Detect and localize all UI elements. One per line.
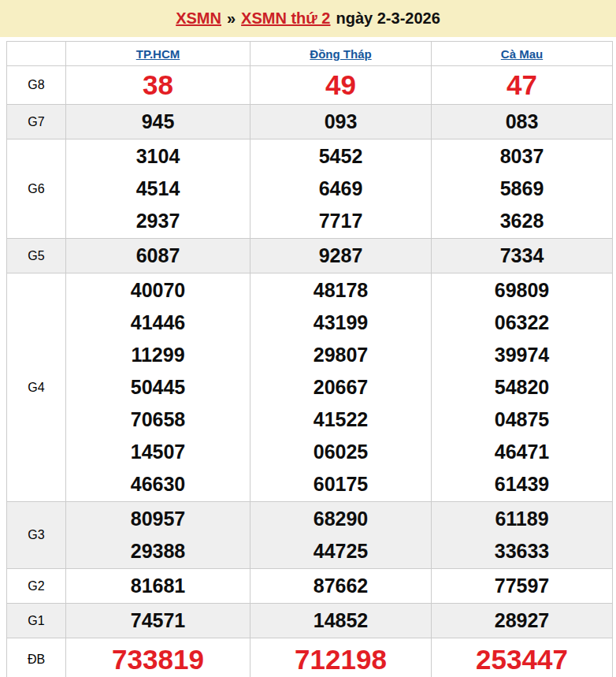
result-number: 46630 [66, 468, 250, 500]
prize-row-g2: G2816818766277597 [7, 569, 613, 604]
result-cell: 945 [66, 105, 250, 139]
result-number: 44725 [250, 535, 431, 567]
result-number: 33633 [432, 535, 612, 567]
result-number: 69809 [432, 274, 612, 307]
result-number: 28927 [432, 604, 612, 637]
result-number: 093 [250, 106, 431, 138]
prize-label: G8 [7, 66, 66, 105]
result-cell: 545264697717 [250, 139, 432, 239]
prize-row-g5: G5608792877334 [7, 239, 613, 273]
result-number: 3628 [432, 205, 612, 237]
result-number: 083 [432, 106, 612, 138]
result-cell: 28927 [432, 604, 613, 638]
result-number: 81681 [66, 570, 250, 602]
result-number: 8037 [432, 140, 612, 173]
result-number: 29807 [250, 339, 431, 371]
prize-label: G3 [7, 502, 66, 569]
prize-row-đb: ĐB733819712198253447 [7, 638, 613, 677]
column-header-row: TP.HCM Đồng Tháp Cà Mau [7, 42, 613, 66]
result-number: 38 [66, 67, 250, 103]
result-number: 50445 [66, 371, 250, 404]
result-number: 41446 [66, 307, 250, 339]
column-header-dong-thap: Đồng Tháp [250, 42, 432, 66]
results-table-body: G8384947G7945093083G63104451429375452646… [7, 66, 613, 677]
prize-row-g4: G440070414461129950445706581450746630481… [7, 273, 613, 502]
result-number: 40070 [66, 274, 250, 307]
result-number: 47 [432, 67, 612, 103]
draw-date: ngày 2-3-2026 [336, 9, 440, 28]
result-cell: 49 [250, 66, 432, 105]
result-number: 11299 [66, 339, 250, 371]
prize-row-g1: G1745711485228927 [7, 604, 613, 638]
result-cell: 803758693628 [432, 139, 613, 239]
result-cell: 14852 [250, 604, 432, 638]
breadcrumb-link-xsmn-thu-2[interactable]: XSMN thứ 2 [241, 9, 330, 28]
result-cell: 733819 [66, 638, 250, 677]
result-number: 6087 [66, 240, 250, 272]
prize-label: G2 [7, 569, 66, 604]
result-cell: 7334 [432, 239, 613, 273]
result-number: 49 [250, 67, 431, 103]
breadcrumb-link-xsmn[interactable]: XSMN [176, 9, 221, 28]
column-header-ca-mau: Cà Mau [432, 42, 613, 66]
result-number: 87662 [250, 570, 431, 602]
province-link-ca-mau[interactable]: Cà Mau [501, 47, 543, 61]
result-number: 70658 [66, 404, 250, 436]
result-cell: 310445142937 [66, 139, 250, 239]
prize-row-g3: G3809572938868290447256118933633 [7, 502, 613, 569]
corner-cell [7, 42, 66, 66]
result-cell: 6829044725 [250, 502, 432, 569]
result-number: 945 [66, 106, 250, 138]
result-number: 6469 [250, 173, 431, 205]
result-number: 9287 [250, 240, 431, 272]
result-number: 43199 [250, 307, 431, 339]
result-cell: 77597 [432, 569, 613, 604]
result-cell: 6118933633 [432, 502, 613, 569]
result-cell: 48178431992980720667415220602560175 [250, 273, 432, 502]
result-number: 29388 [66, 535, 250, 567]
result-number: 7334 [432, 240, 612, 272]
prize-row-g6: G6310445142937545264697717803758693628 [7, 139, 613, 239]
prize-label: ĐB [7, 638, 66, 677]
result-cell: 69809063223997454820048754647161439 [432, 273, 613, 502]
province-link-tphcm[interactable]: TP.HCM [136, 47, 180, 61]
result-number: 80957 [66, 503, 250, 535]
result-number: 74571 [66, 604, 250, 637]
result-cell: 8095729388 [66, 502, 250, 569]
result-cell: 9287 [250, 239, 432, 273]
result-number: 41522 [250, 404, 431, 436]
breadcrumb-separator: » [227, 9, 236, 28]
result-number: 06322 [432, 307, 612, 339]
results-table: TP.HCM Đồng Tháp Cà Mau G8384947G7945093… [6, 41, 613, 677]
result-cell: 40070414461129950445706581450746630 [66, 273, 250, 502]
result-number: 733819 [66, 639, 250, 677]
result-cell: 083 [432, 105, 613, 139]
result-number: 14852 [250, 604, 431, 637]
prize-label: G4 [7, 273, 66, 502]
result-number: 7717 [250, 205, 431, 237]
result-number: 253447 [432, 639, 612, 677]
prize-label: G6 [7, 139, 66, 239]
result-number: 60175 [250, 468, 431, 500]
result-number: 77597 [432, 570, 612, 602]
result-cell: 47 [432, 66, 613, 105]
result-cell: 6087 [66, 239, 250, 273]
result-number: 06025 [250, 436, 431, 468]
result-cell: 712198 [250, 638, 432, 677]
prize-label: G5 [7, 239, 66, 273]
result-number: 5869 [432, 173, 612, 205]
result-number: 14507 [66, 436, 250, 468]
result-cell: 87662 [250, 569, 432, 604]
result-cell: 093 [250, 105, 432, 139]
result-number: 2937 [66, 205, 250, 237]
result-number: 61189 [432, 503, 612, 535]
result-number: 712198 [250, 639, 431, 677]
column-header-tphcm: TP.HCM [66, 42, 250, 66]
result-number: 48178 [250, 274, 431, 307]
result-number: 46471 [432, 436, 612, 468]
result-number: 54820 [432, 371, 612, 404]
result-cell: 38 [66, 66, 250, 105]
province-link-dong-thap[interactable]: Đồng Tháp [310, 47, 371, 61]
breadcrumb: XSMN » XSMN thứ 2 ngày 2-3-2026 [0, 0, 616, 37]
prize-row-g7: G7945093083 [7, 105, 613, 139]
